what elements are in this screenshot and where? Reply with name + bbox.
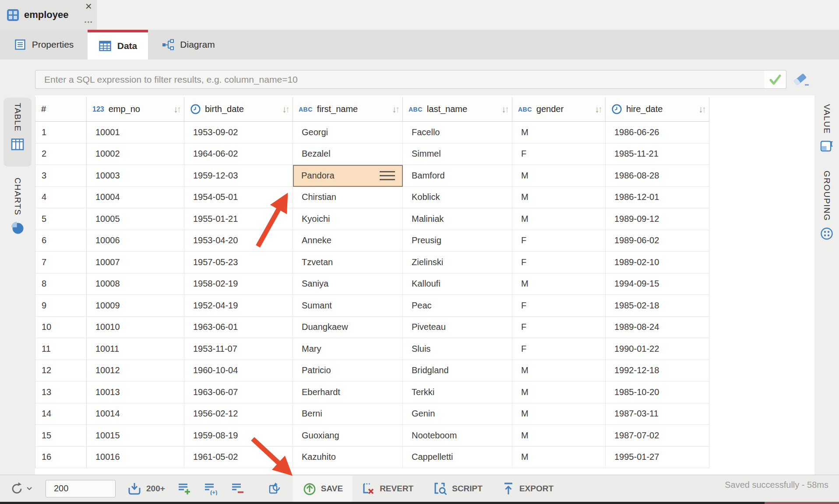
cell-gender[interactable]: M	[512, 122, 606, 144]
cell-birth_date[interactable]: 1964-06-02	[184, 144, 293, 165]
cell-birth_date[interactable]: 1953-04-20	[184, 230, 293, 252]
cell-birth_date[interactable]: 1961-05-02	[184, 447, 293, 469]
cell-hire_date[interactable]: 1986-12-01	[606, 187, 709, 209]
cell-emp_no[interactable]: 10011	[87, 338, 184, 360]
column-header-row_number[interactable]: #	[35, 97, 87, 122]
selected-cell[interactable]: Pandora	[293, 165, 403, 187]
cell-hire_date[interactable]: 1994-09-15	[606, 273, 709, 295]
cell-last_name[interactable]: Bridgland	[403, 360, 512, 382]
cell-birth_date[interactable]: 1953-09-02	[184, 122, 293, 144]
cell-gender[interactable]: M	[512, 447, 606, 469]
cell-emp_no[interactable]: 10007	[87, 252, 184, 273]
add-row-button[interactable]	[177, 482, 191, 495]
sort-icon[interactable]: ↓↑	[595, 104, 601, 115]
cell-birth_date[interactable]: 1963-06-01	[184, 317, 293, 339]
cell-hire_date[interactable]: 1986-08-28	[606, 165, 709, 187]
cell-emp_no[interactable]: 10005	[87, 208, 184, 230]
cell-first_name[interactable]: Bezalel	[293, 144, 403, 165]
column-header-last_name[interactable]: ABClast_name↓↑	[403, 97, 512, 122]
cell-gender[interactable]: F	[512, 338, 606, 360]
cell-first_name[interactable]: Kazuhito	[293, 447, 403, 469]
sort-icon[interactable]: ↓↑	[698, 104, 705, 115]
row-number[interactable]: 2	[35, 144, 87, 165]
close-tab-icon[interactable]: ×	[85, 0, 92, 12]
cell-hire_date[interactable]: 1987-07-02	[606, 425, 709, 447]
row-number[interactable]: 9	[35, 295, 87, 317]
cell-gender[interactable]: M	[512, 403, 606, 425]
cell-hire_date[interactable]: 1989-06-02	[606, 230, 709, 252]
cell-last_name[interactable]: Koblick	[403, 187, 512, 209]
document-tab-employee[interactable]: employee × ...	[0, 0, 97, 30]
cell-hire_date[interactable]: 1986-06-26	[606, 122, 709, 144]
rail-tab-charts[interactable]: CHARTS	[4, 172, 32, 242]
cell-emp_no[interactable]: 10015	[87, 425, 184, 447]
cell-gender[interactable]: F	[512, 317, 606, 339]
cell-birth_date[interactable]: 1953-11-07	[184, 338, 293, 360]
cell-emp_no[interactable]: 10013	[87, 382, 184, 403]
tab-properties[interactable]: Properties	[0, 30, 88, 60]
cell-first_name[interactable]: Guoxiang	[293, 425, 403, 447]
cell-first_name[interactable]: Mary	[293, 338, 403, 360]
delete-row-button[interactable]	[231, 482, 245, 495]
row-number[interactable]: 13	[35, 382, 87, 403]
row-number[interactable]: 12	[35, 360, 87, 382]
row-number[interactable]: 1	[35, 122, 87, 144]
cell-emp_no[interactable]: 10004	[87, 187, 184, 209]
cell-last_name[interactable]: Facello	[403, 122, 512, 144]
cell-gender[interactable]: M	[512, 382, 606, 403]
row-number[interactable]: 10	[35, 317, 87, 339]
cell-hire_date[interactable]: 1989-09-12	[606, 208, 709, 230]
cell-first_name[interactable]: Berni	[293, 403, 403, 425]
cell-first_name[interactable]: Kyoichi	[293, 208, 403, 230]
cell-emp_no[interactable]: 10012	[87, 360, 184, 382]
cell-last_name[interactable]: Sluis	[403, 338, 512, 360]
row-number[interactable]: 11	[35, 338, 87, 360]
cell-hire_date[interactable]: 1985-11-21	[606, 144, 709, 165]
fetch-more-button[interactable]: 200+	[127, 482, 165, 496]
column-header-birth_date[interactable]: birth_date↓↑	[184, 97, 293, 122]
cell-first_name[interactable]: Eberhardt	[293, 382, 403, 403]
cell-emp_no[interactable]: 10006	[87, 230, 184, 252]
cell-last_name[interactable]: Terkki	[403, 382, 512, 403]
cell-last_name[interactable]: Peac	[403, 295, 512, 317]
cell-hire_date[interactable]: 1985-10-20	[606, 382, 709, 403]
cell-first_name[interactable]: Georgi	[293, 122, 403, 144]
apply-filter-button[interactable]	[764, 70, 786, 89]
row-number[interactable]: 3	[35, 165, 87, 187]
column-header-hire_date[interactable]: hire_date↓↑	[606, 97, 709, 122]
cell-emp_no[interactable]: 10002	[87, 144, 184, 165]
cell-first_name[interactable]: Patricio	[293, 360, 403, 382]
cell-last_name[interactable]: Simmel	[403, 144, 512, 165]
cell-first_name[interactable]: Anneke	[293, 230, 403, 252]
refresh-grid-button[interactable]	[268, 482, 282, 496]
cell-birth_date[interactable]: 1952-04-19	[184, 295, 293, 317]
cell-last_name[interactable]: Piveteau	[403, 317, 512, 339]
revert-button[interactable]: REVERT	[354, 482, 420, 496]
rail-tab-value[interactable]: VALUE	[817, 104, 836, 153]
cell-birth_date[interactable]: 1963-06-07	[184, 382, 293, 403]
cell-emp_no[interactable]: 10001	[87, 122, 184, 144]
cell-emp_no[interactable]: 10016	[87, 447, 184, 469]
sort-icon[interactable]: ↓↑	[282, 104, 289, 115]
cell-first_name[interactable]: Duangkaew	[293, 317, 403, 339]
duplicate-row-button[interactable]: (+)	[204, 482, 219, 495]
sort-icon[interactable]: ↓↑	[501, 104, 508, 115]
cell-birth_date[interactable]: 1958-02-19	[184, 273, 293, 295]
refresh-button[interactable]	[10, 481, 32, 496]
row-number[interactable]: 16	[35, 447, 87, 469]
cell-first_name[interactable]: Tzvetan	[293, 252, 403, 273]
cell-last_name[interactable]: Nooteboom	[403, 425, 512, 447]
cell-gender[interactable]: M	[512, 360, 606, 382]
cell-hire_date[interactable]: 1987-03-11	[606, 403, 709, 425]
clear-filter-button[interactable]	[791, 71, 811, 88]
tab-diagram[interactable]: Diagram	[148, 30, 228, 60]
sort-icon[interactable]: ↓↑	[392, 104, 398, 115]
tab-data[interactable]: Data	[88, 30, 148, 60]
column-header-emp_no[interactable]: 123emp_no↓↑	[87, 97, 184, 122]
cell-hire_date[interactable]: 1990-01-22	[606, 338, 709, 360]
script-button[interactable]: SCRIPT	[426, 481, 490, 496]
cell-last_name[interactable]: Maliniak	[403, 208, 512, 230]
cell-emp_no[interactable]: 10009	[87, 295, 184, 317]
cell-gender[interactable]: F	[512, 295, 606, 317]
row-number[interactable]: 14	[35, 403, 87, 425]
